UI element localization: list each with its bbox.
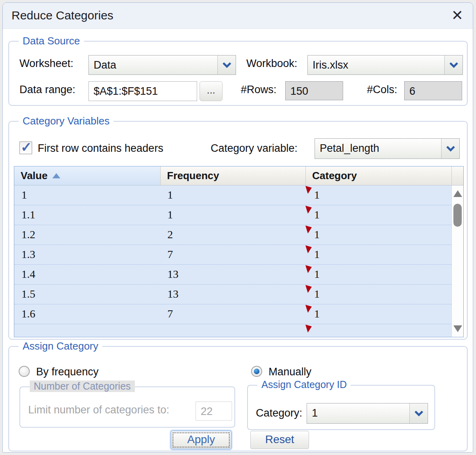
cell-category[interactable]: 1 — [305, 304, 451, 324]
cell-frequency[interactable]: 2 — [160, 225, 305, 245]
dialog-title: Reduce Categories — [12, 9, 113, 22]
cell-category[interactable]: 1 — [305, 285, 451, 304]
cell-value[interactable]: 1.1 — [14, 205, 160, 225]
cell-value[interactable]: 1.3 — [14, 245, 160, 264]
cell-value[interactable]: 1.6 — [14, 304, 160, 324]
table-header: Value Frequency Category — [14, 166, 463, 185]
column-header-category-label: Category — [312, 170, 357, 182]
category-variable-dropdown[interactable]: Petal_length — [315, 138, 460, 159]
chevron-down-icon[interactable] — [441, 139, 459, 159]
worksheet-dropdown[interactable]: Data — [88, 55, 236, 75]
edited-cell-marker-icon — [305, 186, 312, 194]
apply-button[interactable]: Apply — [171, 431, 231, 449]
cell-category[interactable]: 1 — [305, 265, 451, 284]
edited-cell-marker-icon — [305, 245, 312, 253]
table-row[interactable]: 1.2 2 1 — [14, 225, 451, 245]
column-header-frequency[interactable]: Frequency — [160, 166, 305, 185]
assign-category-group: Assign Category By frequency Manually Nu… — [8, 346, 468, 451]
cell-frequency[interactable]: 1 — [160, 185, 305, 205]
table-row[interactable]: 1.1 1 1 — [14, 205, 451, 225]
cell-frequency[interactable]: 7 — [160, 304, 305, 324]
cell-value[interactable]: 1 — [14, 185, 160, 205]
number-of-categories-legend: Number of Categories — [30, 380, 135, 392]
column-header-value-label: Value — [21, 170, 48, 182]
cell-value[interactable]: 1.5 — [14, 285, 160, 304]
scroll-thumb[interactable] — [453, 204, 462, 227]
category-variable-value: Petal_length — [315, 139, 441, 159]
worksheet-label: Worksheet: — [19, 57, 73, 70]
table-row[interactable]: 1.4 13 1 — [14, 265, 451, 285]
cell-category-text: 1 — [314, 208, 320, 221]
reduce-categories-dialog: Reduce Categories ✕ Data Source Workshee… — [2, 2, 473, 453]
cell-category-text: 1 — [314, 228, 320, 241]
data-range-label: Data range: — [19, 84, 75, 96]
cell-frequency[interactable]: 1 — [160, 205, 305, 225]
edited-cell-marker-icon — [305, 305, 312, 313]
cell-category[interactable]: 1 — [305, 185, 451, 205]
cell-category[interactable]: 1 — [305, 225, 451, 245]
workbook-dropdown[interactable]: Iris.xlsx — [307, 55, 463, 75]
assign-category-legend: Assign Category — [19, 340, 102, 352]
cell-value[interactable]: 1.4 — [14, 265, 160, 284]
cell-value[interactable]: 1.2 — [14, 225, 160, 245]
assign-category-id-group: Assign Category ID Category: 1 — [247, 385, 435, 430]
close-icon[interactable]: ✕ — [451, 8, 463, 23]
table-row[interactable]: 1.5 13 1 — [14, 285, 451, 304]
column-header-spacer — [451, 166, 463, 185]
manually-radio[interactable] — [251, 366, 262, 377]
scroll-up-icon[interactable] — [453, 190, 462, 197]
table-scrollbar[interactable] — [451, 185, 463, 337]
workbook-label: Workbook: — [246, 57, 298, 70]
scroll-down-icon[interactable] — [453, 325, 462, 332]
cell-category[interactable]: 1 — [305, 205, 451, 225]
limit-categories-label: Limit number of categories to: — [28, 404, 169, 416]
limit-categories-field: 22 — [196, 401, 232, 421]
first-row-checkbox-label: First row contains headers — [38, 142, 163, 155]
category-variables-group: Category Variables First row contains he… — [8, 121, 468, 340]
browse-button[interactable]: ... — [200, 81, 223, 101]
chevron-down-icon[interactable] — [444, 55, 463, 75]
cell-category-text: 1 — [314, 189, 320, 201]
manually-label: Manually — [269, 366, 311, 378]
assign-category-id-legend: Assign Category ID — [257, 379, 351, 390]
first-row-checkbox[interactable] — [19, 141, 32, 154]
cols-label: #Cols: — [367, 84, 397, 96]
table-row[interactable] — [14, 324, 451, 337]
rows-field: 150 — [285, 81, 343, 100]
cell-frequency[interactable]: 13 — [160, 265, 305, 284]
cell-category[interactable] — [305, 324, 451, 337]
cell-value[interactable] — [14, 324, 160, 337]
cell-category[interactable]: 1 — [305, 245, 451, 264]
table-row[interactable]: 1 1 1 — [14, 185, 451, 205]
column-header-category[interactable]: Category — [305, 166, 451, 185]
category-id-value: 1 — [307, 403, 409, 423]
cell-category-text: 1 — [314, 268, 320, 280]
edited-cell-marker-icon — [305, 325, 312, 333]
number-of-categories-group: Number of Categories Limit number of cat… — [19, 386, 235, 428]
by-frequency-radio[interactable] — [19, 366, 30, 377]
dialog-titlebar: Reduce Categories ✕ — [3, 3, 473, 29]
cell-category-text: 1 — [314, 248, 320, 260]
by-frequency-label: By frequency — [36, 366, 99, 378]
cell-frequency[interactable] — [160, 324, 305, 337]
rows-label: #Rows: — [241, 84, 276, 96]
cell-frequency[interactable]: 7 — [160, 245, 305, 264]
data-source-legend: Data Source — [19, 35, 84, 47]
table-row[interactable]: 1.6 7 1 — [14, 304, 451, 324]
chevron-down-icon[interactable] — [217, 55, 236, 75]
data-range-input[interactable]: $A$1:$F$151 — [88, 81, 197, 101]
column-header-value[interactable]: Value — [14, 166, 160, 185]
cell-category-text: 1 — [314, 308, 320, 320]
reset-button[interactable]: Reset — [250, 431, 309, 449]
cell-frequency[interactable]: 13 — [160, 285, 305, 304]
cols-field: 6 — [404, 81, 462, 100]
table-row[interactable]: 1.3 7 1 — [14, 245, 451, 265]
worksheet-value: Data — [89, 55, 217, 75]
sort-ascending-icon — [52, 173, 60, 178]
edited-cell-marker-icon — [305, 226, 312, 233]
column-header-frequency-label: Frequency — [167, 170, 219, 182]
category-id-dropdown[interactable]: 1 — [307, 403, 428, 424]
edited-cell-marker-icon — [305, 285, 312, 293]
chevron-down-icon[interactable] — [409, 403, 428, 423]
data-source-group: Data Source Worksheet: Data Workbook: Ir… — [8, 41, 468, 106]
